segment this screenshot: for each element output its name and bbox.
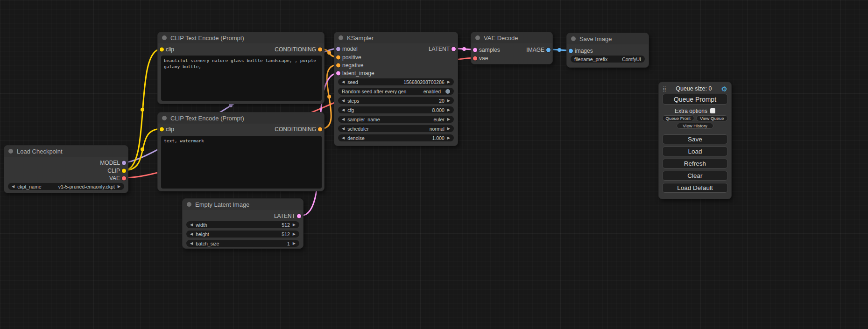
node-titlebar[interactable]: VAE Decode [471,32,552,43]
widget-steps[interactable]: ◀ steps 20 ▶ [338,97,454,104]
wire-midpoint-dot [141,147,144,151]
view-queue-button[interactable]: View Queue [696,115,728,121]
decrement-icon[interactable]: ◀ [342,136,345,140]
increment-icon[interactable]: ▶ [293,232,296,236]
decrement-icon[interactable]: ◀ [190,232,193,236]
input-port-samples[interactable] [473,48,477,52]
output-port-latent[interactable] [297,214,301,218]
output-port-latent[interactable] [452,47,456,51]
output-row-vae: VAE [4,175,128,182]
widget-label: cfg [347,107,354,113]
widget-denoise[interactable]: ◀ denoise 1.000 ▶ [338,134,454,141]
node-empty-latent-image[interactable]: Empty Latent Image LATENT ◀ width 512 ▶ … [182,198,303,249]
node-titlebar[interactable]: CLIP Text Encode (Prompt) [158,112,324,124]
output-port-model[interactable] [122,161,126,165]
output-port-conditioning[interactable] [318,48,322,52]
input-port-clip[interactable] [160,48,164,52]
input-port-negative[interactable] [336,63,340,68]
widget-random-seed-toggle[interactable]: Random seed after every gen enabled [338,88,454,95]
increment-icon[interactable]: ▶ [293,242,296,245]
next-value-icon[interactable]: ▶ [118,185,120,189]
collapse-dot-icon[interactable] [8,149,13,154]
node-ksampler[interactable]: KSampler model LATENT positive negative … [334,32,458,146]
widget-cfg[interactable]: ◀ cfg 8.000 ▶ [338,106,454,113]
collapse-dot-icon[interactable] [571,36,576,41]
output-port-vae[interactable] [122,176,126,181]
node-vae-decode[interactable]: VAE Decode samples IMAGE vae [471,32,553,64]
decrement-icon[interactable]: ◀ [342,80,345,84]
widget-batch-size[interactable]: ◀ batch_size 1 ▶ [186,240,299,247]
decrement-icon[interactable]: ◀ [190,223,193,227]
widget-width[interactable]: ◀ width 512 ▶ [186,221,299,228]
widget-seed[interactable]: ◀ seed 156680208700286 ▶ [338,78,454,85]
decrement-icon[interactable]: ◀ [342,99,345,103]
widget-ckpt-name[interactable]: ◀ ckpt_name v1-5-pruned-emaonly.ckpt ▶ [8,183,124,190]
output-port-clip[interactable] [122,169,126,173]
input-port-positive[interactable] [336,56,340,60]
next-value-icon[interactable]: ▶ [447,127,450,131]
node-titlebar[interactable]: KSampler [334,32,458,43]
input-port-images[interactable] [569,49,573,53]
wire-midpoint-dot [141,108,144,112]
node-load-checkpoint[interactable]: Load Checkpoint MODEL CLIP VAE ◀ ckpt_na… [4,145,128,193]
increment-icon[interactable]: ▶ [447,80,450,84]
input-port-vae[interactable] [473,56,477,61]
widget-filename-prefix[interactable]: filename_prefix ComfyUI [571,56,645,63]
next-value-icon[interactable]: ▶ [447,118,450,121]
increment-icon[interactable]: ▶ [447,136,450,140]
widget-label: seed [347,79,358,85]
input-port-model[interactable] [336,47,340,51]
node-titlebar[interactable]: Load Checkpoint [4,146,128,157]
collapse-dot-icon[interactable] [162,116,167,120]
output-row-latent: LATENT [183,212,303,220]
input-port-clip[interactable] [160,127,164,132]
collapse-dot-icon[interactable] [475,35,480,40]
increment-icon[interactable]: ▶ [447,108,450,112]
widget-label: height [196,231,209,237]
increment-icon[interactable]: ▶ [447,99,450,103]
widget-sampler-name[interactable]: ◀ sampler_name euler ▶ [338,116,454,123]
widget-height[interactable]: ◀ height 512 ▶ [186,231,299,238]
load-button[interactable]: Load [662,147,728,156]
toggle-indicator-icon[interactable] [445,89,450,94]
widget-value: normal [430,126,445,132]
input-port-latent-image[interactable] [336,71,340,76]
widget-label: ckpt_name [17,184,41,189]
node-titlebar[interactable]: Save Image [567,33,649,44]
clear-button[interactable]: Clear [662,171,728,181]
prompt-text-input[interactable]: text, watermark [161,136,322,189]
widget-scheduler[interactable]: ◀ scheduler normal ▶ [338,125,454,132]
widget-value: v1-5-pruned-emaonly.ckpt [58,184,115,189]
port-row-model: model LATENT [334,45,458,53]
prev-value-icon[interactable]: ◀ [342,118,345,121]
widget-value: 20 [439,98,445,104]
refresh-button[interactable]: Refresh [662,159,728,168]
node-save-image[interactable]: Save Image images filename_prefix ComfyU… [566,33,649,68]
node-titlebar[interactable]: CLIP Text Encode (Prompt) [158,32,324,43]
queue-prompt-button[interactable]: Queue Prompt [662,94,728,105]
save-button[interactable]: Save [662,134,728,144]
prev-value-icon[interactable]: ◀ [12,185,14,189]
output-port-conditioning[interactable] [318,127,322,132]
node-clip-text-encode-positive[interactable]: CLIP Text Encode (Prompt) clip CONDITION… [157,32,325,104]
prompt-text-input[interactable]: beautiful scenery nature glass bottle la… [161,56,322,101]
input-label: positive [342,54,361,61]
collapse-dot-icon[interactable] [187,202,191,207]
drag-handle-icon[interactable]: ⣿ [663,86,666,92]
decrement-icon[interactable]: ◀ [342,108,345,112]
view-history-button[interactable]: View History [677,123,713,129]
increment-icon[interactable]: ▶ [293,223,296,227]
decrement-icon[interactable]: ◀ [190,242,193,245]
output-port-image[interactable] [546,48,550,52]
node-titlebar[interactable]: Empty Latent Image [183,199,303,210]
output-label: MODEL [100,160,120,166]
extra-options-checkbox[interactable] [710,108,715,113]
collapse-dot-icon[interactable] [162,35,167,40]
prev-value-icon[interactable]: ◀ [342,127,345,131]
node-clip-text-encode-negative[interactable]: CLIP Text Encode (Prompt) clip CONDITION… [157,112,325,191]
collapse-dot-icon[interactable] [339,35,343,40]
load-default-button[interactable]: Load Default [662,183,728,193]
settings-gear-icon[interactable]: ⚙ [721,85,727,92]
queue-front-button[interactable]: Queue Front [662,115,694,121]
node-graph-canvas[interactable]: Load Checkpoint MODEL CLIP VAE ◀ ckpt_na… [0,0,868,329]
